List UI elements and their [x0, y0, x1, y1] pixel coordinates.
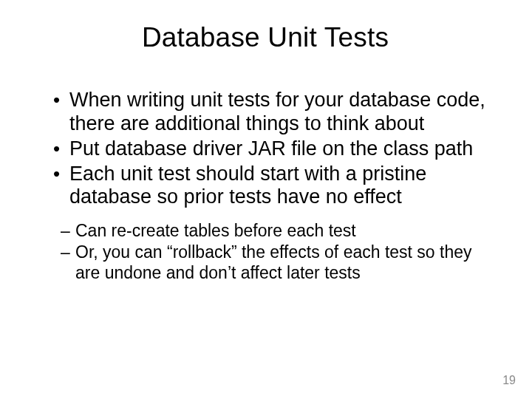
slide-title: Database Unit Tests — [35, 22, 495, 53]
page-number: 19 — [502, 374, 516, 387]
list-item: Can re-create tables before each test — [61, 221, 495, 241]
list-item: Put database driver JAR file on the clas… — [53, 137, 495, 161]
list-item: Or, you can “rollback” the effects of ea… — [61, 242, 495, 282]
list-item: Each unit test should start with a prist… — [53, 163, 495, 210]
list-item: When writing unit tests for your databas… — [53, 89, 495, 136]
bullet-list: When writing unit tests for your databas… — [35, 89, 495, 209]
sub-list: Can re-create tables before each test Or… — [35, 221, 495, 282]
